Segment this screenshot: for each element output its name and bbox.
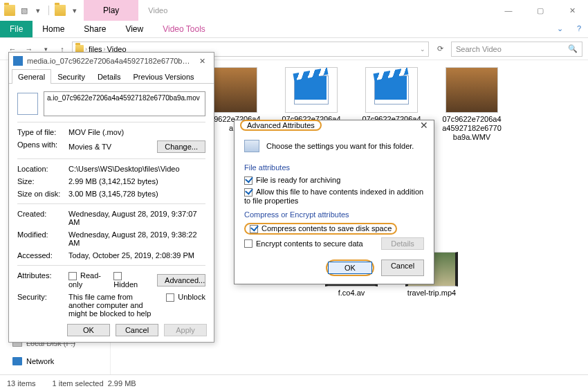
archive-checkbox[interactable]	[244, 176, 252, 185]
security-label: Security:	[17, 293, 68, 318]
wmv-icon	[294, 75, 329, 104]
modified-value: Wednesday, August 28, 2019, 9:38:22 AM	[68, 230, 205, 247]
ribbon: File Home Share View Video Tools ⌄ ?	[0, 21, 588, 38]
chevron-right-icon[interactable]: ›	[104, 46, 106, 53]
opens-value: Movies & TV	[68, 143, 111, 151]
file-item[interactable]: 07c9622e7206a4a45927182e6770ba9a.WMV	[441, 67, 502, 143]
folder-settings-icon	[244, 140, 259, 152]
compress-encrypt-group: Compress or Encrypt attributes	[244, 210, 424, 219]
properties-qat-icon[interactable]: ▧	[19, 6, 29, 15]
file-name: 07c9622e7206a4a45927182e6770ba9a.WMV	[441, 115, 502, 143]
details-button: Details	[381, 237, 424, 250]
unblock-checkbox[interactable]	[166, 293, 174, 302]
ribbon-home[interactable]: Home	[33, 21, 74, 37]
readonly-checkbox[interactable]	[68, 272, 77, 280]
properties-dialog: media.io_07c9622e7206a4a45927182e6770ba9…	[8, 52, 214, 343]
unblock-label: Unblock	[178, 293, 205, 301]
advanced-button[interactable]: Advanced...	[157, 274, 205, 287]
ribbon-file[interactable]: File	[0, 21, 33, 37]
modified-label: Modified:	[17, 230, 68, 247]
ribbon-video-tools[interactable]: Video Tools	[153, 21, 215, 37]
sidebar-label: Network	[26, 357, 54, 365]
search-input[interactable]: Search Video 🔍	[451, 42, 582, 57]
maximize-button[interactable]: ▢	[524, 0, 556, 21]
refresh-button[interactable]: ⟳	[432, 44, 448, 53]
encrypt-label: Encrypt contents to secure data	[256, 239, 363, 248]
title-video-label: Video	[138, 0, 177, 21]
cancel-button[interactable]: Cancel	[381, 260, 424, 276]
folder-icon	[55, 5, 66, 16]
file-name: travel-trip.mp4	[407, 289, 456, 298]
advanced-attributes-dialog: Advanced Attributes ✕ Choose the setting…	[234, 120, 434, 284]
ribbon-expand-icon[interactable]: ⌄	[550, 21, 570, 37]
advanced-desc: Choose the settings you want for this fo…	[266, 142, 414, 150]
status-item-count: 13 items	[7, 379, 36, 388]
created-value: Wednesday, August 28, 2019, 9:37:07 AM	[68, 210, 205, 226]
accessed-label: Accessed:	[17, 251, 68, 260]
file-icon	[13, 56, 23, 66]
hidden-checkbox[interactable]	[113, 272, 122, 280]
file-attributes-group: File attributes	[244, 163, 424, 172]
tab-general[interactable]: General	[12, 69, 51, 84]
close-button[interactable]: ✕	[420, 120, 428, 131]
video-thumbnail	[445, 67, 498, 113]
ribbon-view[interactable]: View	[116, 21, 153, 37]
cancel-button[interactable]: Cancel	[116, 324, 158, 336]
window-titlebar: ▧ ▾ ▾ Play Video — ▢ ✕	[0, 0, 588, 21]
location-value: C:\Users\WS\Desktop\files\Video	[68, 165, 205, 173]
sizeondisk-value: 3.00 MB (3,145,728 bytes)	[68, 190, 205, 198]
status-size: 2.99 MB	[108, 379, 136, 388]
dialog-title: Advanced Attributes	[240, 120, 322, 131]
ok-button[interactable]: OK	[328, 262, 372, 274]
type-value: MOV File (.mov)	[68, 128, 205, 136]
sidebar-item-network[interactable]: Network	[0, 355, 110, 367]
wmv-icon	[374, 75, 409, 104]
new-folder-qat-icon[interactable]: ▾	[33, 6, 43, 15]
divider	[48, 6, 49, 15]
created-label: Created:	[17, 210, 68, 226]
index-label: Allow this file to have contents indexed…	[244, 188, 423, 205]
folder-icon	[4, 5, 15, 16]
chevron-right-icon[interactable]: ›	[85, 46, 87, 53]
index-checkbox[interactable]	[244, 188, 252, 197]
encrypt-checkbox[interactable]	[244, 239, 252, 248]
tab-security[interactable]: Security	[51, 69, 91, 84]
filetype-icon	[17, 93, 38, 115]
security-text: This file came from another computer and…	[68, 293, 160, 318]
size-value: 2.99 MB (3,142,152 bytes)	[68, 177, 205, 185]
change-button[interactable]: Change...	[157, 140, 205, 153]
archive-label: File is ready for archiving	[256, 176, 340, 184]
search-placeholder: Search Video	[456, 45, 502, 53]
qat-dropdown-icon[interactable]: ▾	[70, 6, 80, 15]
contextual-tab-play[interactable]: Play	[84, 0, 138, 21]
tab-previous-versions[interactable]: Previous Versions	[127, 69, 201, 84]
minimize-button[interactable]: —	[493, 0, 524, 21]
compress-label: Compress contents to save disk space	[261, 224, 392, 233]
dialog-title: media.io_07c9622e7206a4a45927182e6770ba9…	[27, 57, 191, 65]
filename-field[interactable]: a.io_07c9622e7206a4a45927182e6770ba9a.mo…	[44, 91, 205, 116]
status-selected: 1 item selected	[53, 379, 104, 388]
compress-checkbox[interactable]	[250, 225, 258, 233]
properties-tabs: General Security Details Previous Versio…	[9, 69, 214, 84]
ok-button[interactable]: OK	[67, 324, 110, 336]
attributes-label: Attributes:	[17, 271, 68, 289]
ribbon-share[interactable]: Share	[74, 21, 116, 37]
opens-label: Opens with:	[17, 140, 68, 153]
close-button[interactable]: ✕	[556, 0, 588, 21]
close-button[interactable]: ✕	[195, 57, 210, 66]
sizeondisk-label: Size on disk:	[17, 190, 68, 198]
apply-button[interactable]: Apply	[164, 324, 207, 336]
type-label: Type of file:	[17, 128, 68, 136]
network-icon	[12, 357, 22, 365]
tab-details[interactable]: Details	[91, 69, 127, 84]
search-icon: 🔍	[568, 44, 578, 53]
file-name: f.co4.av	[338, 289, 365, 298]
crumb-dropdown-icon[interactable]: ⌄	[420, 46, 425, 53]
size-label: Size:	[17, 177, 68, 185]
location-label: Location:	[17, 165, 68, 173]
accessed-value: Today, October 25, 2019, 2:08:39 PM	[68, 251, 205, 260]
status-bar: 13 items 1 item selected 2.99 MB	[0, 374, 588, 391]
hidden-label: Hidden	[113, 280, 138, 289]
help-icon[interactable]: ?	[570, 21, 588, 37]
